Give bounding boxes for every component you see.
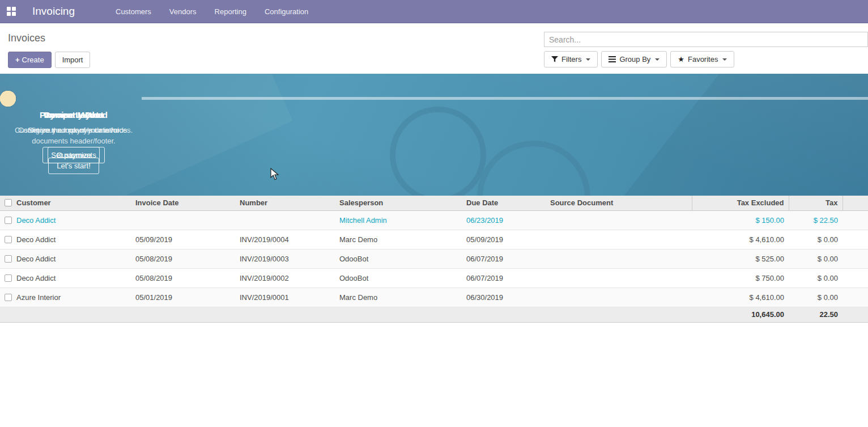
menu-customers[interactable]: Customers — [107, 0, 160, 23]
cell-number — [235, 210, 335, 230]
table-header-row: Customer Invoice Date Number Salesperson… — [0, 196, 868, 210]
col-salesperson[interactable]: Salesperson — [335, 196, 462, 210]
row-select-cell — [0, 268, 12, 288]
cell-number: INV/2019/0002 — [235, 268, 335, 288]
cell-source-document — [546, 268, 692, 288]
filters-button[interactable]: Filters — [544, 51, 598, 67]
cell-tax-excluded: $ 750.00 — [692, 268, 789, 288]
apps-grid-square — [7, 7, 11, 11]
apps-grid-square — [12, 7, 16, 11]
cell-invoice-date: 05/08/2019 — [131, 268, 235, 288]
onboarding-progress-line — [142, 97, 868, 100]
cell-tax-excluded: $ 4,610.00 — [692, 288, 789, 307]
chevron-down-icon — [586, 58, 590, 61]
invoice-row[interactable]: Deco Addict 05/08/2019 INV/2019/0002 Odo… — [0, 268, 868, 288]
import-button[interactable]: Import — [55, 52, 91, 68]
app-name[interactable]: Invoicing — [32, 5, 75, 18]
cell-trailing — [843, 249, 868, 268]
menu-configuration[interactable]: Configuration — [256, 0, 317, 23]
cell-customer: Deco Addict — [12, 230, 131, 249]
cell-due-date: 06/07/2019 — [462, 249, 546, 268]
col-customer[interactable]: Customer — [12, 196, 131, 210]
cell-tax: $ 0.00 — [789, 288, 843, 307]
select-all-checkbox[interactable] — [5, 199, 12, 206]
cell-salesperson: Mitchell Admin — [335, 210, 462, 230]
favorites-button[interactable]: ★ Favorites — [670, 51, 734, 67]
funnel-icon — [551, 56, 558, 62]
invoicing-app: Invoicing Customers Vendors Reporting Co… — [0, 0, 868, 427]
cell-salesperson: Marc Demo — [335, 230, 462, 249]
onboarding-banner: Company Data Set your company's data for… — [0, 74, 868, 196]
cell-tax: $ 22.50 — [789, 210, 843, 230]
cell-invoice-date: 05/09/2019 — [131, 230, 235, 249]
col-invoice-date[interactable]: Invoice Date — [131, 196, 235, 210]
menu-vendors[interactable]: Vendors — [160, 0, 206, 23]
cell-trailing — [843, 288, 868, 307]
apps-grid-square — [12, 12, 16, 16]
cell-invoice-date: 05/08/2019 — [131, 249, 235, 268]
cell-customer: Deco Addict — [12, 249, 131, 268]
search-input[interactable] — [544, 32, 868, 47]
cell-source-document — [546, 210, 692, 230]
chevron-down-icon — [722, 58, 727, 61]
chevron-down-icon — [655, 58, 659, 61]
create-button-label: Create — [22, 56, 44, 64]
step-action-button[interactable]: Set payments — [42, 147, 105, 163]
apps-grid-icon[interactable] — [7, 7, 17, 16]
total-tax-excluded: 10,645.00 — [692, 307, 789, 322]
select-all-cell — [0, 196, 12, 210]
row-checkbox[interactable] — [5, 217, 12, 224]
cell-tax: $ 0.00 — [789, 268, 843, 288]
cell-salesperson: OdooBot — [335, 249, 462, 268]
cell-salesperson: OdooBot — [335, 268, 462, 288]
invoice-row[interactable]: Deco Addict Mitchell Admin 06/23/2019 $ … — [0, 210, 868, 230]
cell-number: INV/2019/0003 — [235, 249, 335, 268]
step-title: Payment Method — [0, 110, 147, 120]
col-source-document[interactable]: Source Document — [546, 196, 692, 210]
col-optional — [843, 196, 868, 210]
create-button[interactable]: +Create — [8, 52, 52, 68]
cell-invoice-date — [131, 210, 235, 230]
cell-tax: $ 0.00 — [789, 230, 843, 249]
cell-tax-excluded: $ 4,610.00 — [692, 230, 789, 249]
favorites-button-label: Favorites — [688, 55, 718, 64]
invoice-row[interactable]: Deco Addict 05/08/2019 INV/2019/0003 Odo… — [0, 249, 868, 268]
invoice-list-table: Customer Invoice Date Number Salesperson… — [0, 196, 868, 323]
cell-due-date: 06/30/2019 — [462, 288, 546, 307]
navbar-menu: Customers Vendors Reporting Configuratio… — [107, 0, 317, 23]
filters-button-label: Filters — [561, 55, 581, 64]
col-due-date[interactable]: Due Date — [462, 196, 546, 210]
row-select-cell — [0, 210, 12, 230]
list-bars-icon — [609, 56, 616, 62]
col-number[interactable]: Number — [235, 196, 335, 210]
cell-tax-excluded: $ 525.00 — [692, 249, 789, 268]
cell-invoice-date: 05/01/2019 — [131, 288, 235, 307]
group-by-button-label: Group By — [619, 55, 650, 64]
row-checkbox[interactable] — [5, 255, 12, 263]
cell-trailing — [843, 268, 868, 288]
row-checkbox[interactable] — [5, 274, 12, 282]
cell-customer: Deco Addict — [12, 210, 131, 230]
col-tax[interactable]: Tax — [789, 196, 843, 210]
cell-source-document — [546, 288, 692, 307]
cell-due-date: 06/23/2019 — [462, 210, 546, 230]
row-select-cell — [0, 249, 12, 268]
cell-source-document — [546, 230, 692, 249]
menu-reporting[interactable]: Reporting — [206, 0, 256, 23]
cell-salesperson: Marc Demo — [335, 288, 462, 307]
group-by-button[interactable]: Group By — [601, 51, 667, 67]
cell-tax: $ 0.00 — [789, 249, 843, 268]
row-select-cell — [0, 230, 12, 249]
row-checkbox[interactable] — [5, 236, 12, 243]
col-tax-excluded[interactable]: Tax Excluded — [692, 196, 789, 210]
cell-number: INV/2019/0004 — [235, 230, 335, 249]
cell-trailing — [843, 230, 868, 249]
row-checkbox[interactable] — [5, 294, 12, 301]
onboarding-step: Payment Method Configure your payment me… — [0, 110, 147, 163]
step-description: Configure your payment methods. — [11, 125, 136, 136]
invoice-row[interactable]: Azure Interior 05/01/2019 INV/2019/0001 … — [0, 288, 868, 307]
row-select-cell — [0, 288, 12, 307]
star-icon: ★ — [678, 56, 684, 63]
invoice-row[interactable]: Deco Addict 05/09/2019 INV/2019/0004 Mar… — [0, 230, 868, 249]
plus-icon: + — [15, 56, 20, 64]
